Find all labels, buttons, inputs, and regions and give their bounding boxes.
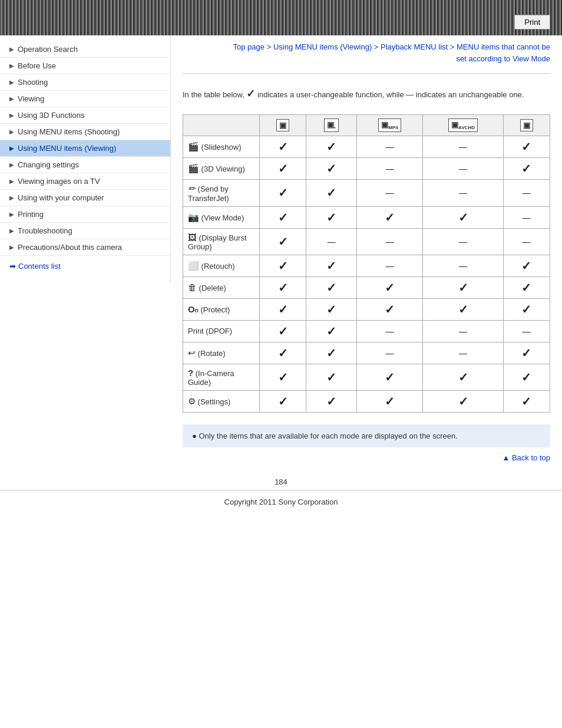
arrow-right-icon: ➡ bbox=[9, 262, 16, 271]
cell-c4 bbox=[423, 136, 503, 157]
cell-c3 bbox=[356, 179, 423, 206]
cell-c5 bbox=[503, 179, 550, 206]
cell-c4 bbox=[423, 320, 503, 342]
cell-c3 bbox=[356, 228, 423, 255]
breadcrumb-playback-menu[interactable]: Playback MENU list bbox=[381, 42, 448, 51]
breadcrumb-top[interactable]: Top page bbox=[233, 42, 265, 51]
cell-c4 bbox=[423, 276, 503, 298]
sidebar-item-precautions[interactable]: ▶ Precautions/About this camera bbox=[0, 239, 170, 256]
sidebar-item-label: Viewing images on a TV bbox=[18, 177, 100, 186]
print-button[interactable]: Print bbox=[514, 15, 550, 29]
cell-c1 bbox=[260, 342, 306, 364]
sidebar-item-label: Before Use bbox=[18, 61, 56, 70]
cell-c2 bbox=[306, 298, 356, 320]
arrow-icon: ▶ bbox=[9, 244, 14, 251]
cell-c4 bbox=[423, 179, 503, 206]
cell-c1 bbox=[260, 228, 306, 255]
note-text: Only the items that are available for ea… bbox=[192, 431, 541, 440]
sidebar-item-viewing[interactable]: ▶ Viewing bbox=[0, 91, 170, 107]
arrow-icon: ▶ bbox=[9, 112, 14, 118]
cell-c4 bbox=[423, 255, 503, 276]
footer: Copyright 2011 Sony Corporation bbox=[0, 490, 562, 513]
cell-c4 bbox=[423, 390, 503, 412]
table-row: ⚙ (Settings) bbox=[183, 390, 550, 412]
arrow-icon: ▶ bbox=[9, 228, 14, 234]
cell-c2 bbox=[306, 255, 356, 276]
main-layout: ▶ Operation Search ▶ Before Use ▶ Shooti… bbox=[0, 35, 562, 474]
sidebar-item-before-use[interactable]: ▶ Before Use bbox=[0, 58, 170, 74]
cell-c1 bbox=[260, 136, 306, 157]
page-number: 184 bbox=[0, 474, 562, 490]
cell-c4 bbox=[423, 157, 503, 179]
cell-c4 bbox=[423, 364, 503, 390]
cell-c1 bbox=[260, 157, 306, 179]
cell-c5 bbox=[503, 255, 550, 276]
arrow-icon: ▶ bbox=[9, 145, 14, 151]
arrow-icon: ▶ bbox=[9, 129, 14, 135]
item-label: 📷 (View Mode) bbox=[183, 206, 260, 228]
sidebar-item-printing[interactable]: ▶ Printing bbox=[0, 206, 170, 223]
cell-c1 bbox=[260, 390, 306, 412]
sidebar-item-viewing-tv[interactable]: ▶ Viewing images on a TV bbox=[0, 173, 170, 190]
item-label: On (Protect) bbox=[183, 298, 260, 320]
sidebar-item-shooting[interactable]: ▶ Shooting bbox=[0, 74, 170, 91]
sidebar-item-label: Changing settings bbox=[18, 160, 79, 169]
item-label: ⬜ (Retouch) bbox=[183, 255, 260, 276]
back-to-top-label: Back to top bbox=[512, 453, 550, 462]
table-row: Print (DPOF) bbox=[183, 320, 550, 342]
cell-c2 bbox=[306, 320, 356, 342]
cell-c4 bbox=[423, 228, 503, 255]
breadcrumb: Top page > Using MENU items (Viewing) > … bbox=[183, 41, 550, 64]
cell-c2 bbox=[306, 342, 356, 364]
cell-c5 bbox=[503, 298, 550, 320]
col-header-5: ▣ bbox=[503, 114, 550, 136]
cell-c1 bbox=[260, 320, 306, 342]
menu-table: ▣ ▣▪ ▣MP4 ▣AVC bbox=[183, 114, 550, 413]
sidebar-item-label: Troubleshooting bbox=[18, 226, 72, 235]
cell-c5 bbox=[503, 228, 550, 255]
header-bar: Print bbox=[0, 0, 562, 35]
arrow-icon: ▶ bbox=[9, 95, 14, 102]
cell-c4 bbox=[423, 298, 503, 320]
sidebar-item-menu-shooting[interactable]: ▶ Using MENU items (Shooting) bbox=[0, 124, 170, 140]
table-row: 🖼 (Display Burst Group) bbox=[183, 228, 550, 255]
cell-c5 bbox=[503, 390, 550, 412]
cell-c1 bbox=[260, 255, 306, 276]
cell-c3 bbox=[356, 157, 423, 179]
breadcrumb-current[interactable]: MENU items that cannot beset according t… bbox=[457, 42, 550, 63]
cell-c2 bbox=[306, 206, 356, 228]
sidebar-item-computer[interactable]: ▶ Using with your computer bbox=[0, 190, 170, 206]
cell-c3 bbox=[356, 136, 423, 157]
table-row: ⬜ (Retouch) bbox=[183, 255, 550, 276]
arrow-icon: ▶ bbox=[9, 162, 14, 168]
table-row: 🎬 (3D Viewing) bbox=[183, 157, 550, 179]
sidebar-item-3d-functions[interactable]: ▶ Using 3D Functions bbox=[0, 107, 170, 124]
contents-list-link[interactable]: ➡ Contents list bbox=[0, 256, 170, 276]
page-number-value: 184 bbox=[275, 477, 287, 486]
sidebar-item-changing-settings[interactable]: ▶ Changing settings bbox=[0, 157, 170, 173]
sidebar-item-troubleshooting[interactable]: ▶ Troubleshooting bbox=[0, 223, 170, 239]
item-label: ⚙ (Settings) bbox=[183, 390, 260, 412]
cell-c5 bbox=[503, 157, 550, 179]
cell-c3 bbox=[356, 320, 423, 342]
table-row: ? (In-Camera Guide) bbox=[183, 364, 550, 390]
sidebar-item-operation-search[interactable]: ▶ Operation Search bbox=[0, 41, 170, 58]
arrow-icon: ▶ bbox=[9, 79, 14, 85]
cell-c3 bbox=[356, 390, 423, 412]
divider bbox=[183, 73, 550, 74]
arrow-icon: ▶ bbox=[9, 62, 14, 69]
arrow-icon: ▶ bbox=[9, 178, 14, 185]
sidebar-item-label: Using with your computer bbox=[18, 193, 104, 202]
cell-c3 bbox=[356, 276, 423, 298]
contents-list-label[interactable]: Contents list bbox=[18, 262, 61, 271]
breadcrumb-using-menu-viewing[interactable]: Using MENU items (Viewing) bbox=[273, 42, 372, 51]
table-row: 🗑 (Delete) bbox=[183, 276, 550, 298]
cell-c4 bbox=[423, 342, 503, 364]
table-header-row: ▣ ▣▪ ▣MP4 ▣AVC bbox=[183, 114, 550, 136]
cell-c5 bbox=[503, 136, 550, 157]
cell-c5 bbox=[503, 320, 550, 342]
sidebar-item-menu-viewing[interactable]: ▶ Using MENU items (Viewing) bbox=[0, 140, 170, 157]
cell-c2 bbox=[306, 276, 356, 298]
cell-c3 bbox=[356, 364, 423, 390]
back-to-top-link[interactable]: ▲ Back to top bbox=[502, 453, 550, 462]
